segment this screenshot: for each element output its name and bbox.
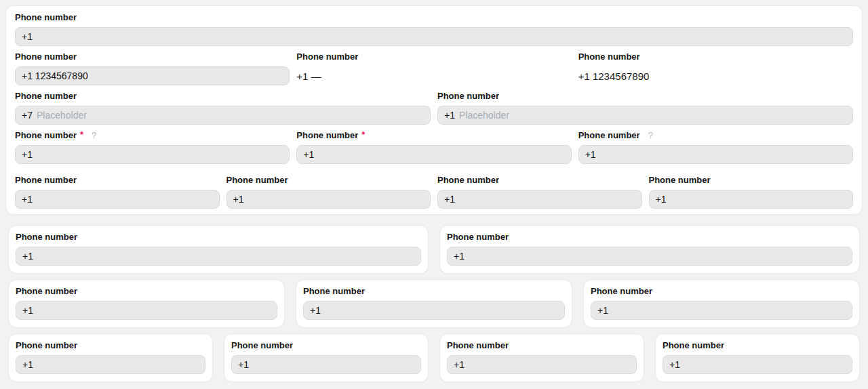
field-card: Phone number +1 — [296, 279, 572, 328]
phone-input-value: +1 — [303, 149, 314, 160]
field-label: Phone number — [591, 286, 652, 296]
phone-input-value: +1 1234567890 — [22, 70, 88, 81]
phone-field-readonly: Phone number +1 — — [296, 52, 571, 85]
phone-input[interactable]: +7 Placeholder — [15, 106, 431, 125]
phone-field: Phone number +1 — [226, 175, 431, 209]
field-label: Phone number — [447, 340, 509, 350]
dial-code-prefix: +7 — [22, 110, 33, 121]
form-row-5: Phone number +1 Phone number +1 Phone nu… — [15, 175, 853, 209]
field-card: Phone number +1 — [224, 333, 429, 382]
field-card: Phone number +1 — [655, 333, 860, 382]
field-label: Phone number — [231, 340, 293, 350]
field-label: Phone number — [15, 175, 77, 185]
field-card: Phone number +1 — [8, 333, 213, 382]
phone-field: Phone number +1 — [15, 12, 853, 46]
field-label: Phone number — [15, 52, 77, 62]
field-label: Phone number — [437, 91, 499, 101]
phone-input-value: +1 — [585, 149, 596, 160]
field-label: Phone number — [437, 175, 499, 185]
field-label: Phone number — [15, 130, 77, 140]
phone-input-value: +1 — [597, 305, 608, 316]
field-card: Phone number +1 — [439, 225, 860, 274]
phone-input[interactable]: +1 — [15, 190, 220, 209]
field-label: Phone number — [16, 340, 77, 350]
phone-input[interactable]: +1 — [663, 355, 852, 374]
field-card: Phone number +1 — [583, 279, 860, 328]
input-placeholder: Placeholder — [459, 110, 509, 121]
phone-input[interactable]: +1 — [591, 301, 852, 320]
phone-field: Phone number * ? +1 — [15, 130, 290, 164]
phone-field: Phone number +1 Placeholder — [437, 91, 853, 125]
field-label: Phone number — [296, 130, 358, 140]
phone-input-value: +1 — [444, 194, 455, 205]
phone-field: Phone number +1 1234567890 — [15, 52, 290, 85]
phone-input-value: +1 — [22, 194, 33, 205]
phone-input[interactable]: +1 — [578, 145, 853, 164]
phone-input[interactable]: +1 — [437, 190, 642, 209]
phone-input[interactable]: +1 — [447, 247, 852, 266]
phone-input-value: +1 — [454, 359, 465, 370]
dial-code-prefix: +1 — [444, 110, 455, 121]
phone-input-value: +1 — [22, 359, 33, 370]
phone-input-value: +1 — [22, 305, 33, 316]
field-label: Phone number — [15, 12, 77, 22]
form-row-4: Phone number * ? +1 Phone number * +1 — [15, 130, 853, 164]
phone-input[interactable]: +1 — [16, 355, 205, 374]
phone-input[interactable]: +1 1234567890 — [15, 66, 290, 85]
field-label: Phone number — [15, 91, 77, 101]
phone-readonly-value: +1 — — [296, 66, 571, 85]
card-row-of-two: Phone number +1 Phone number +1 — [8, 225, 860, 274]
phone-input[interactable]: +1 — [16, 247, 421, 266]
phone-input[interactable]: +1 — [649, 190, 854, 209]
card-row-of-four: Phone number +1 Phone number +1 Phone nu… — [8, 333, 860, 382]
phone-field: Phone number ? +1 — [578, 130, 853, 164]
input-placeholder: Placeholder — [37, 110, 87, 121]
phone-field: Phone number +1 — [649, 175, 854, 209]
phone-input-value: +1 — [22, 251, 33, 262]
phone-input[interactable]: +1 — [15, 27, 853, 46]
field-label: Phone number — [649, 175, 711, 185]
phone-input[interactable]: +1 — [296, 145, 571, 164]
phone-input-value: +1 — [669, 359, 680, 370]
phone-input[interactable]: +1 Placeholder — [437, 106, 853, 125]
phone-input[interactable]: +1 — [16, 301, 277, 320]
field-card: Phone number +1 — [439, 333, 644, 382]
phone-field: Phone number +1 — [437, 175, 642, 209]
phone-input-value: +1 — [22, 31, 33, 42]
phone-fields-showcase-page: Phone number +1 Phone number +1 12345678… — [0, 0, 868, 389]
phone-field: Phone number +7 Placeholder — [15, 91, 431, 125]
field-label: Phone number — [16, 232, 77, 242]
phone-field: Phone number +1 — [15, 175, 220, 209]
help-icon[interactable]: ? — [648, 130, 653, 140]
help-icon[interactable]: ? — [92, 130, 96, 140]
phone-input[interactable]: +1 — [15, 145, 290, 164]
phone-input[interactable]: +1 — [231, 355, 421, 374]
phone-input-value: +1 — [454, 251, 465, 262]
card-row-of-three: Phone number +1 Phone number +1 Phone nu… — [8, 279, 860, 328]
field-label: Phone number — [16, 286, 77, 296]
field-label: Phone number — [578, 130, 640, 140]
required-asterisk: * — [361, 129, 365, 140]
phone-input-value: +1 — [656, 194, 667, 205]
phone-input[interactable]: +1 — [226, 190, 431, 209]
phone-input[interactable]: +1 — [303, 301, 565, 320]
phone-field-readonly: Phone number +1 1234567890 — [578, 52, 853, 85]
form-row-2: Phone number +1 1234567890 Phone number … — [15, 52, 853, 85]
required-asterisk: * — [80, 129, 83, 140]
phone-readonly-value: +1 1234567890 — [578, 66, 853, 85]
phone-field: Phone number * +1 — [296, 130, 571, 164]
field-card: Phone number +1 — [8, 279, 285, 328]
field-label: Phone number — [303, 286, 365, 296]
field-label: Phone number — [226, 175, 288, 185]
form-card: Phone number +1 Phone number +1 12345678… — [5, 5, 863, 215]
field-label: Phone number — [447, 232, 509, 242]
field-label: Phone number — [663, 340, 724, 350]
form-row-3: Phone number +7 Placeholder Phone number… — [15, 91, 853, 125]
field-label: Phone number — [578, 52, 640, 62]
phone-input-value: +1 — [310, 305, 321, 316]
field-label: Phone number — [296, 52, 358, 62]
field-card: Phone number +1 — [8, 225, 429, 274]
phone-input-value: +1 — [233, 194, 244, 205]
phone-input[interactable]: +1 — [447, 355, 637, 374]
phone-input-value: +1 — [238, 359, 249, 370]
